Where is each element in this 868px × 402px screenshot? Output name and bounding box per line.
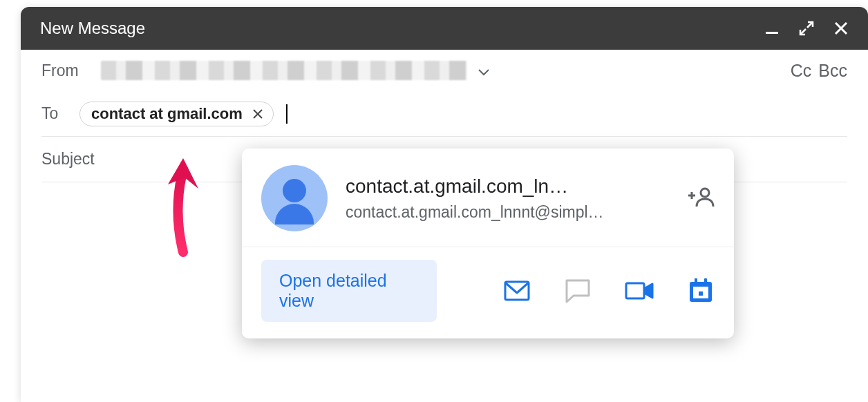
svg-rect-6 [699,291,703,296]
minimize-icon[interactable] [764,21,780,36]
titlebar: New Message [21,7,868,50]
cc-link[interactable]: Cc [791,61,812,81]
svg-rect-7 [695,278,697,284]
recipient-chip[interactable]: contact at gmail.com [79,102,274,126]
svg-point-1 [701,189,709,197]
from-dropdown-icon[interactable] [478,61,489,80]
window-controls [764,21,849,36]
recipient-chip-text: contact at gmail.com [91,105,243,123]
from-label: From [41,61,101,80]
contact-info: contact.at.gmail.com_ln… contact.at.gmai… [346,175,670,222]
contact-card-actions: Open detailed view [242,247,734,338]
expand-icon[interactable] [799,21,814,36]
calendar-icon[interactable] [687,276,715,305]
to-label: To [41,104,79,123]
svg-rect-8 [704,278,707,284]
contact-card: contact.at.gmail.com_ln… contact.at.gmai… [242,149,734,338]
contact-email: contact.at.gmail.com_lnnnt@simpl… [346,203,670,222]
from-address-redacted [101,61,467,80]
close-icon[interactable] [833,21,849,36]
add-contact-icon[interactable] [688,186,715,210]
compose-window: New Message From [21,7,868,402]
remove-recipient-icon[interactable] [249,106,266,122]
avatar [261,165,328,231]
svg-rect-3 [626,283,644,298]
to-row[interactable]: To contact at gmail.com [41,91,847,137]
from-value[interactable] [101,61,791,80]
email-icon[interactable] [503,276,531,305]
contact-card-header: contact.at.gmail.com_ln… contact.at.gmai… [242,149,734,247]
to-input-cursor [286,104,287,124]
from-row: From Cc Bcc [41,50,847,91]
subject-label: Subject [41,150,95,169]
svg-rect-0 [766,32,778,34]
cc-bcc-group: Cc Bcc [791,61,847,81]
window-title: New Message [40,19,764,38]
open-detailed-view-button[interactable]: Open detailed view [261,260,437,322]
bcc-link[interactable]: Bcc [818,61,847,81]
chat-icon[interactable] [564,276,592,305]
contact-name: contact.at.gmail.com_ln… [346,175,670,198]
video-icon[interactable] [625,276,654,305]
